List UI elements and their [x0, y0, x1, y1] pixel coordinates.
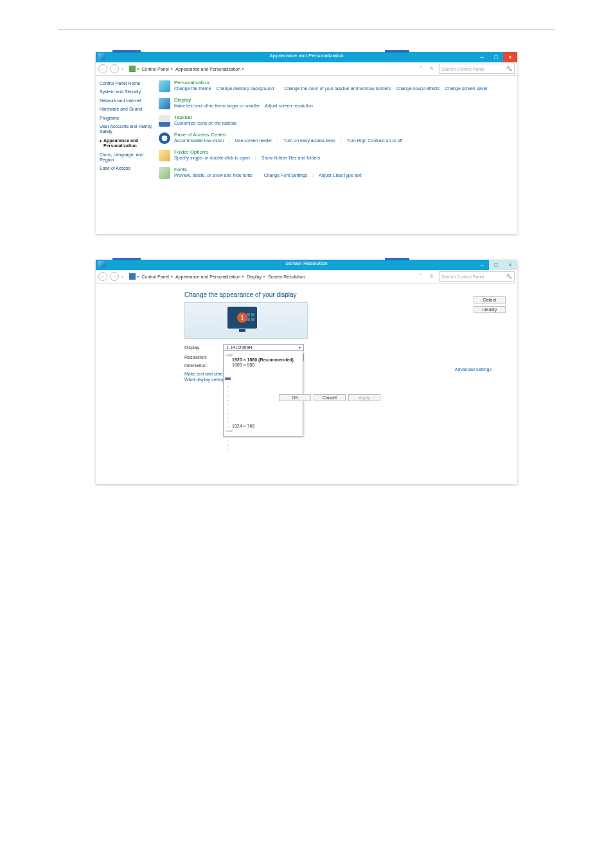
category-title[interactable]: Fonts — [174, 167, 362, 172]
resolution-label: Resolution: — [184, 355, 223, 359]
close-button[interactable]: × — [503, 260, 517, 270]
category-title[interactable]: Taskbar — [174, 114, 237, 120]
back-button[interactable]: ← — [98, 272, 107, 281]
category-link[interactable]: Adjust ClearType text — [319, 173, 362, 177]
refresh-icon[interactable]: ↻ — [427, 66, 436, 71]
back-button[interactable]: ← — [98, 64, 107, 73]
sidebar-item[interactable]: Clock, Language, and Region — [100, 152, 154, 163]
identify-button[interactable]: Identify — [474, 306, 506, 313]
titlebar[interactable]: Appearance and Personalization – □ × — [96, 52, 517, 62]
category-link[interactable]: Accommodate low vision — [174, 138, 224, 143]
screenshot-resolution: Screen Resolution – □ × ← → ↑ ▸ Control … — [96, 260, 517, 484]
sidebar: Control Panel Home System and Security N… — [96, 76, 157, 234]
titlebar[interactable]: Screen Resolution – □ × — [96, 260, 517, 270]
category-title[interactable]: Folder Options — [174, 149, 320, 155]
breadcrumb[interactable]: ▸ Control Panel▸ Appearance and Personal… — [127, 273, 415, 280]
address-bar: ← → ↑ ▸ Control Panel▸ Appearance and Pe… — [96, 270, 517, 284]
sidebar-item[interactable]: Hardware and Sound — [100, 107, 154, 112]
advanced-settings-link[interactable]: Advanced settings — [455, 367, 492, 372]
ease-icon — [159, 132, 170, 144]
maximize-button[interactable]: □ — [489, 52, 503, 62]
start-tiles-icon — [247, 313, 254, 321]
category-link[interactable]: Turn High Contrast on or off — [347, 138, 402, 143]
display-icon — [159, 98, 170, 109]
address-bar: ← → ↑ ▸ Control Panel ▸ Appearance and P… — [96, 62, 517, 76]
maximize-button[interactable]: □ — [489, 260, 503, 270]
category-link[interactable]: Show hidden files and folders — [262, 156, 320, 160]
window-title: Screen Resolution — [96, 260, 517, 266]
screenshot-appearance: Appearance and Personalization – □ × ← →… — [96, 52, 517, 234]
display-preview: 1 — [184, 302, 308, 339]
sidebar-item[interactable]: System and Security — [100, 89, 154, 95]
sidebar-item[interactable]: User Accounts and Family Safety — [100, 124, 154, 135]
forward-button[interactable]: → — [110, 64, 119, 73]
forward-button[interactable]: → — [110, 272, 119, 281]
category-link[interactable]: Preview, delete, or show and hide fonts — [174, 173, 253, 177]
monitor-1[interactable]: 1 — [227, 307, 257, 329]
cancel-button[interactable]: Cancel — [314, 394, 346, 401]
up-button[interactable]: ↑ — [121, 67, 124, 71]
category-link[interactable]: Change Font Settings — [264, 173, 308, 177]
content: Personalization Change the theme Change … — [157, 76, 517, 234]
sidebar-item[interactable]: Ease of Access — [100, 166, 154, 171]
refresh-icon[interactable]: ↻ — [427, 274, 436, 279]
taskbar-icon — [159, 115, 170, 127]
sidebar-item[interactable]: Network and Internet — [100, 98, 154, 104]
sidebar-item[interactable]: Control Panel Home — [100, 81, 154, 86]
category-link[interactable]: Customize icons on the taskbar — [174, 121, 237, 125]
control-panel-icon — [129, 66, 136, 72]
close-button[interactable]: × — [503, 52, 517, 62]
dropdown-icon[interactable]: ˅ — [417, 274, 425, 279]
category-link[interactable]: Specify single- or double-click to open — [174, 156, 250, 160]
minimize-button[interactable]: – — [475, 260, 489, 270]
category-link[interactable]: Use screen reader — [235, 138, 272, 143]
sidebar-item[interactable]: Programs — [100, 116, 154, 121]
display-label: Display: — [184, 345, 223, 350]
search-input[interactable]: Search Control Panel 🔍 — [439, 64, 515, 74]
category-link[interactable]: Make text and other items larger or smal… — [174, 104, 260, 108]
breadcrumb[interactable]: ▸ Control Panel ▸ Appearance and Persona… — [127, 66, 415, 72]
category-link[interactable]: Turn on easy access keys — [283, 138, 335, 143]
category-link[interactable]: Change desktop background — [217, 86, 274, 91]
dd-option[interactable]: 1024 × 768 — [232, 424, 301, 428]
search-icon: 🔍 — [506, 66, 512, 71]
search-input[interactable]: Search Control Panel 🔍 — [439, 271, 515, 282]
category-link[interactable]: Change screen saver — [445, 86, 488, 91]
category-link[interactable]: Change sound effects — [396, 86, 440, 91]
dropdown-icon[interactable]: ˅ — [417, 66, 425, 71]
orientation-label: Orientation: — [184, 363, 223, 368]
dd-option[interactable]: 1600 × 900 — [232, 363, 301, 367]
up-button[interactable]: ↑ — [121, 275, 124, 279]
display-icon — [129, 273, 136, 280]
resolution-slider[interactable] — [226, 377, 230, 452]
minimize-button[interactable]: – — [475, 52, 489, 62]
category-title[interactable]: Ease of Access Center — [174, 132, 402, 138]
category-link[interactable]: Change the theme — [174, 86, 211, 91]
category-link[interactable]: Change the color of your taskbar and win… — [284, 86, 391, 91]
window-title: Appearance and Personalization — [96, 53, 517, 59]
fonts-icon — [159, 167, 170, 179]
monitor-number: 1 — [237, 312, 247, 323]
personalization-icon — [159, 80, 170, 92]
dd-high-label: High — [226, 353, 301, 357]
sidebar-item-active[interactable]: Appearance and Personalization — [100, 138, 154, 149]
page-heading: Change the appearance of your display — [184, 291, 511, 298]
search-icon: 🔍 — [506, 274, 512, 279]
dd-low-label: Low — [226, 429, 301, 433]
category-link[interactable]: Adjust screen resolution — [265, 104, 313, 108]
detect-button[interactable]: Detect — [474, 296, 506, 303]
ok-button[interactable]: OK — [279, 394, 311, 401]
resolution-dropdown[interactable]: High 1920 × 1080 (Recommended) 1600 × 90… — [223, 350, 303, 437]
apply-button[interactable]: Apply — [348, 394, 380, 401]
dd-option[interactable]: 1920 × 1080 (Recommended) — [232, 357, 301, 362]
category-title[interactable]: Display — [174, 97, 313, 103]
folder-icon — [159, 150, 170, 161]
category-title[interactable]: Personalization — [174, 80, 488, 86]
